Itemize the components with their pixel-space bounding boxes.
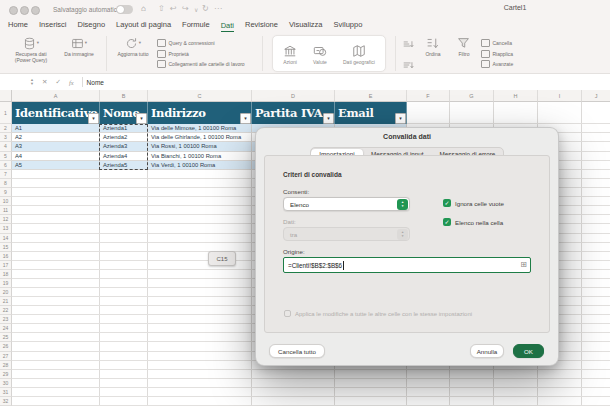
row-header-12[interactable]: 12	[0, 215, 12, 224]
allow-dropdown[interactable]: Elenco ▲▼	[283, 197, 410, 211]
row-header-29[interactable]: 29	[0, 370, 12, 379]
row-header-8[interactable]: 8	[0, 179, 12, 188]
row-header-6[interactable]: 6	[0, 161, 12, 170]
row-header-26[interactable]: 26	[0, 342, 12, 351]
ribbon-tab-layout-di-pagina[interactable]: Layout di pagina	[116, 20, 171, 32]
table-cell[interactable]: A1	[12, 124, 100, 133]
share-icon[interactable]: ⇧	[158, 4, 165, 13]
stocks-button[interactable]: Azioni	[283, 42, 297, 65]
row-header-15[interactable]: 15	[0, 243, 12, 252]
column-header-I[interactable]: I	[538, 90, 582, 102]
table-cell[interactable]: Via delle Ghirlande, 1 00100 Roma	[148, 133, 252, 142]
autosave-toggle[interactable]	[116, 5, 133, 14]
column-header-H[interactable]: H	[494, 90, 538, 102]
workbook-links-button[interactable]: Collegamenti alle cartelle di lavoro	[157, 60, 255, 68]
row-header-11[interactable]: 11	[0, 206, 12, 215]
column-header-A[interactable]: A	[12, 90, 100, 102]
row-header-22[interactable]: 22	[0, 306, 12, 315]
row-header-2[interactable]: 2	[0, 124, 12, 133]
table-header-identificativo[interactable]: Identificativo	[12, 102, 100, 124]
filter-dropdown-icon[interactable]: ▾	[136, 113, 147, 124]
redo-icon[interactable]: ↪	[182, 4, 189, 13]
formula-bar-content[interactable]: Nome	[87, 79, 104, 86]
ribbon-tab-sviluppo[interactable]: Sviluppo	[334, 20, 363, 32]
table-cell[interactable]: A3	[12, 142, 100, 151]
row-header-10[interactable]: 10	[0, 197, 12, 206]
table-cell[interactable]: A2	[12, 133, 100, 142]
sort-ascending-button[interactable]	[403, 34, 414, 52]
row-header-7[interactable]: 7	[0, 170, 12, 179]
row-header-20[interactable]: 20	[0, 288, 12, 297]
sort-descending-button[interactable]	[403, 55, 414, 73]
row-header-30[interactable]: 30	[0, 379, 12, 388]
enter-entry-icon[interactable]: ✓	[51, 78, 64, 86]
advanced-button[interactable]: Avanzate	[481, 60, 529, 68]
row-header-19[interactable]: 19	[0, 279, 12, 288]
table-header-indirizzo[interactable]: Indirizzo	[148, 102, 252, 124]
column-header-C[interactable]: C	[148, 90, 252, 102]
row-header-28[interactable]: 28	[0, 361, 12, 370]
home-icon[interactable]: ⌂	[141, 4, 146, 13]
table-cell[interactable]: Via Verdi, 1 00100 Roma	[148, 161, 252, 170]
chevron-down-icon[interactable]: ∨	[194, 6, 198, 13]
row-header-18[interactable]: 18	[0, 270, 12, 279]
filter-dropdown-icon[interactable]: ▾	[323, 113, 334, 124]
name-box-stepper[interactable]: ▲▼	[26, 78, 38, 86]
column-header-J[interactable]: J	[582, 90, 610, 102]
row-header-13[interactable]: 13	[0, 224, 12, 233]
cancel-button[interactable]: Annulla	[470, 344, 504, 358]
source-input[interactable]: =Clienti!$B$2:$B$6 ⊞	[283, 257, 531, 273]
filter-button[interactable]: Filtro	[452, 34, 476, 73]
row-header-5[interactable]: 5	[0, 152, 12, 161]
minimize-window-icon[interactable]	[20, 6, 29, 15]
row-header-1[interactable]: 1	[0, 102, 12, 124]
row-header-4[interactable]: 4	[0, 142, 12, 151]
row-header-32[interactable]: 32	[0, 397, 12, 406]
table-cell[interactable]: A4	[12, 152, 100, 161]
select-all-corner[interactable]	[0, 90, 12, 102]
filter-dropdown-icon[interactable]: ▾	[240, 113, 251, 124]
row-header-14[interactable]: 14	[0, 234, 12, 243]
column-header-G[interactable]: G	[450, 90, 494, 102]
column-header-F[interactable]: F	[407, 90, 450, 102]
row-header-21[interactable]: 21	[0, 297, 12, 306]
get-data-button[interactable]: ▾ Recupera dati (Power Query)	[8, 34, 54, 73]
undo-icon[interactable]: ↩	[170, 4, 177, 13]
row-header-23[interactable]: 23	[0, 315, 12, 324]
row-header-3[interactable]: 3	[0, 133, 12, 142]
row-header-27[interactable]: 27	[0, 352, 12, 361]
ribbon-tab-disegno[interactable]: Disegno	[78, 20, 106, 32]
filter-dropdown-icon[interactable]: ▾	[88, 113, 99, 124]
ribbon-tab-home[interactable]: Home	[8, 20, 28, 32]
row-header-17[interactable]: 17	[0, 261, 12, 270]
row-header-25[interactable]: 25	[0, 333, 12, 342]
range-selector-icon[interactable]: ⊞	[520, 261, 527, 269]
column-header-E[interactable]: E	[335, 90, 407, 102]
properties-button[interactable]: Proprietà	[157, 50, 255, 58]
close-window-icon[interactable]	[9, 6, 18, 15]
queries-connections-button[interactable]: Query & connessioni	[157, 39, 255, 47]
table-cell[interactable]: A5	[12, 161, 100, 170]
clear-all-button[interactable]: Cancella tutto	[269, 344, 325, 358]
insert-function-icon[interactable]: fx	[65, 79, 78, 86]
clear-filter-button[interactable]: Cancella	[481, 39, 529, 47]
currencies-button[interactable]: Valute	[313, 42, 327, 65]
column-header-B[interactable]: B	[100, 90, 148, 102]
ribbon-tab-formule[interactable]: Formule	[182, 20, 210, 32]
cancel-entry-icon[interactable]: ✕	[38, 78, 51, 86]
ok-button[interactable]: OK	[513, 344, 544, 358]
ribbon-tab-inserisci[interactable]: Inserisci	[39, 20, 67, 32]
ribbon-tab-dati[interactable]: Dati	[221, 21, 234, 33]
ribbon-tab-visualizza[interactable]: Visualizza	[289, 20, 323, 32]
row-header-9[interactable]: 9	[0, 188, 12, 197]
from-image-button[interactable]: ▾ Da immagine	[59, 34, 99, 73]
column-header-D[interactable]: D	[252, 90, 335, 102]
geography-button[interactable]: Dati geografici	[343, 42, 375, 65]
row-header-31[interactable]: 31	[0, 388, 12, 397]
table-cell[interactable]: Via delle Mimose, 1 00100 Roma	[148, 124, 252, 133]
more-icon[interactable]: ⋯	[214, 4, 222, 13]
row-header-24[interactable]: 24	[0, 324, 12, 333]
ignore-blank-checkbox[interactable]: ✓ Ignora celle vuote	[443, 199, 504, 207]
row-header-16[interactable]: 16	[0, 252, 12, 261]
table-cell[interactable]: Via Bianchi, 1 00100 Roma	[148, 152, 252, 161]
